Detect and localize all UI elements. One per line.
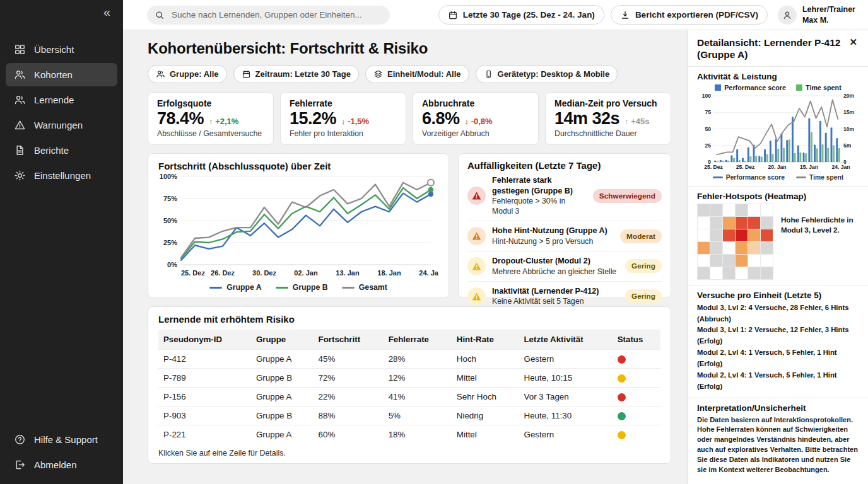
alert-text: Hohe Hint-Nutzung (Gruppe A)Hint-Nutzung… [492,226,614,246]
alert-warning-icon [467,187,486,205]
table-row-p-156[interactable]: P-156Gruppe A22%41%Sehr HochVor 3 Tagen [158,388,660,406]
logout-icon [14,459,26,471]
heatmap-cell [698,217,710,229]
filter-chip-gruppe[interactable]: Gruppe: Alle [148,65,227,83]
download-icon [620,10,630,20]
filter-chip-label: Einheit/Modul: Alle [387,69,461,79]
sidebar-nav: ÜbersichtKohortenLernendeWarnungenBerich… [0,38,123,187]
progress-chart-title: Fortschritt (Abschlussquote) über Zeit [158,161,438,171]
search-box[interactable] [147,6,390,25]
sidebar-item-kohorten[interactable]: Kohorten [6,63,117,86]
table-cell: Heute, 10:15 [519,369,613,388]
alert-item-inaktivitaet-lernender-p-412[interactable]: Inaktivität (Lernender P-412)Keine Aktiv… [467,281,662,311]
table-cell-status [613,369,660,388]
table-cell: Gestern [519,425,613,444]
gear-icon [14,170,26,182]
status-dot-red [618,355,626,364]
table-cell: Mittel [452,369,519,388]
status-dot-yellow [618,374,626,383]
kpi-subtitle: Durchschnittliche Dauer [554,129,662,138]
filter-chip-geraetetyp[interactable]: Gerätetyp: Desktop & Mobile [476,65,618,83]
sidebar-item-hilfe-und-support[interactable]: Hilfe & Support [6,428,117,451]
heatmap-cell [723,267,735,279]
table-row-p-221[interactable]: P-221Gruppe A60%18%MittelGestern [158,425,660,444]
attempts-list: Modul 3, Lvl 2: 4 Versuche, 28 Fehler, 6… [697,302,859,393]
divider [688,66,868,67]
svg-text:18. Jan: 18. Jan [377,269,401,277]
close-icon[interactable]: ✕ [847,37,859,47]
sidebar-item-uebersicht[interactable]: Übersicht [6,38,117,61]
legend-label: Gruppe B [293,283,328,292]
heatmap-cell [710,217,722,229]
sidebar-item-lernende[interactable]: Lernende [6,88,117,112]
sidebar-item-warnungen[interactable]: Warnungen [6,113,117,137]
svg-text:75: 75 [705,109,712,115]
kpi-value: 15.2% [290,109,336,129]
table-cell: 88% [314,406,384,425]
attempt-item: Modul 3, Lvl 1: 2 Versuche, 12 Fehler, 3… [697,325,859,347]
progress-chart-legend: Gruppe AGruppe BGesamt [158,283,438,292]
activity-legend-item-time-spent: Time spent [796,174,843,181]
filter-chip-zeitraum[interactable]: Zeitraum: Letzte 30 Tage [233,65,359,83]
kpi-card-median-zeit-pro-versuch: Median-Zeit pro Versuch14m 32s↑ +45sDurc… [545,92,671,145]
table-cell: 5% [384,406,452,425]
alert-item-dropout-cluster-modul-2[interactable]: Dropout-Cluster (Modul 2)Mehrere Abbrüch… [467,251,662,281]
table-cell: P-156 [158,388,251,406]
table-row-p-903[interactable]: P-903Gruppe B88%5%NiedrigHeute, 11:30 [158,406,660,425]
search-input[interactable] [170,9,382,20]
alerts-title: Auffälligkeiten (Letzte 7 Tage) [467,160,662,171]
legend-item-gruppe-b: Gruppe B [276,283,328,292]
column-header-gruppe: Gruppe [251,330,314,350]
severity-badge: Gering [625,289,662,303]
table-cell-status [613,350,660,369]
sidebar-item-label: Übersicht [34,44,74,55]
topbar: Letzte 30 Tage (25. Dez - 24. Jan) Beric… [123,0,868,30]
date-range-button[interactable]: Letzte 30 Tage (25. Dez - 24. Jan) [438,5,604,25]
legend-label: Performance score [724,84,786,91]
alert-item-hohe-hint-nutzung-gruppe-a[interactable]: Hohe Hint-Nutzung (Gruppe A)Hint-Nutzung… [467,221,662,251]
alert-description: Mehrere Abbrüche an gleicher Stelle [492,267,619,277]
table-cell: Vor 3 Tagen [519,388,613,406]
heatmap-cell [748,204,760,216]
table-cell: Heute, 11:30 [519,406,613,425]
sidebar-item-abmelden[interactable]: Abmelden [6,453,117,476]
alert-item-fehlerrate-stark-gestiegen-gruppe-b[interactable]: Fehlerrate stark gestiegen (Gruppe B)Feh… [467,171,662,221]
user-meta: Lehrer/Trainer Max M. [802,4,855,25]
detail-panel: Detailansicht: Lernender P-412 (Gruppe A… [688,30,868,484]
export-report-button[interactable]: Bericht exportieren (PDF/CSV) [611,5,768,25]
filter-chip-einheit-modul[interactable]: Einheit/Modul: Alle [365,65,469,83]
risk-table-title: Lernende mit erhöhtem Risiko [158,314,660,325]
heatmap-cell [748,255,760,267]
legend-item-gruppe-a: Gruppe A [209,283,262,292]
heatmap-cell [710,267,722,279]
svg-text:13. Jan: 13. Jan [336,269,360,277]
kpi-value: 14m 32s [554,109,619,129]
people-icon [14,94,26,106]
column-header-status: Status [613,330,660,350]
table-row-p-412[interactable]: P-412Gruppe A45%28%HochGestern [158,350,660,369]
sidebar-item-berichte[interactable]: Berichte [6,139,117,162]
sidebar-item-label: Warnungen [34,120,83,130]
detail-panel-header: Detailansicht: Lernender P-412 (Gruppe A… [697,37,859,61]
kpi-value-row: 15.2%↓ -1,5% [290,109,397,129]
filter-chip-label: Gerätetyp: Desktop & Mobile [498,69,610,79]
table-cell: Gruppe B [251,406,314,425]
heatmap-cell [723,255,735,267]
heatmap-cell [698,229,710,241]
user-menu[interactable]: Lehrer/Trainer Max M. [778,4,855,25]
kpi-value-row: 6.8%↓ -0,8% [422,109,529,129]
svg-text:25: 25 [705,142,712,149]
table-cell: 45% [314,350,384,369]
filter-chip-label: Gruppe: Alle [170,69,219,79]
table-cell: 28% [384,350,452,369]
grid-icon [14,43,26,55]
heatmap-cell [761,267,773,279]
collapse-sidebar-button[interactable]: « [100,5,114,19]
table-cell: Sehr Hoch [452,388,519,406]
risk-table-head: Pseudonym-IDGruppeFortschrittFehlerrateH… [158,330,660,350]
table-row-p-789[interactable]: P-789Gruppe B72%12%MittelHeute, 10:15 [158,369,660,388]
sidebar-item-einstellungen[interactable]: Einstellungen [6,164,117,187]
risk-table-card: Lernende mit erhöhtem Risiko Pseudonym-I… [148,306,671,464]
alert-text: Inaktivität (Lernender P-412)Keine Aktiv… [492,286,619,307]
svg-text:0%: 0% [167,261,177,268]
